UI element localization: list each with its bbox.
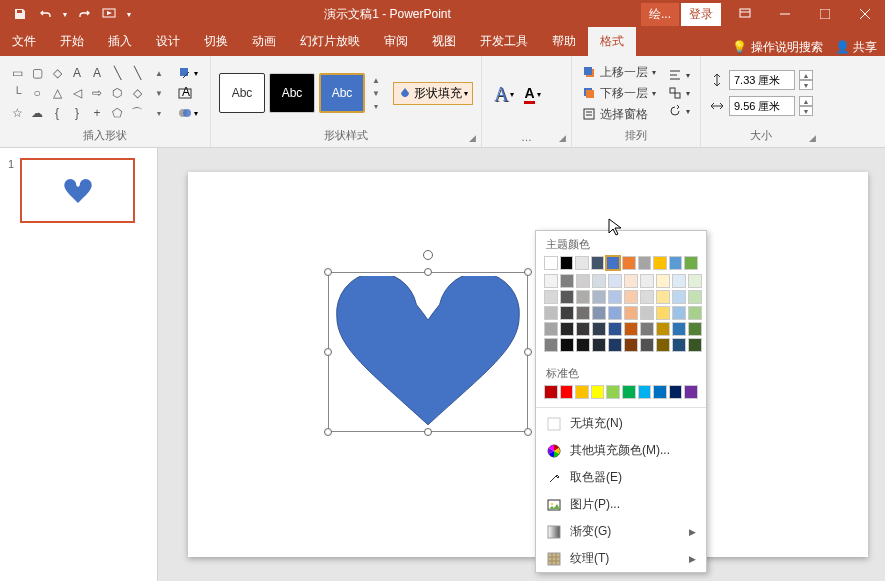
width-down[interactable]: ▼ [799,106,813,116]
shade-swatch[interactable] [672,290,686,304]
standard-swatch[interactable] [575,385,589,399]
shape-oval-icon[interactable]: ○ [28,84,46,102]
shape-line-icon[interactable]: ╲ [108,64,126,82]
shade-swatch[interactable] [576,274,590,288]
tell-me[interactable]: 💡 操作说明搜索 [732,39,822,56]
shade-swatch[interactable] [672,322,686,336]
tab-insert[interactable]: 插入 [96,27,144,56]
text-box-button[interactable]: A [174,84,202,102]
shade-swatch[interactable] [608,306,622,320]
resize-handle-s[interactable] [424,428,432,436]
style-thumb-1[interactable]: Abc [219,73,265,113]
tab-design[interactable]: 设计 [144,27,192,56]
shade-swatch[interactable] [544,306,558,320]
styles-scroll-up[interactable]: ▲ [369,74,383,87]
standard-swatch[interactable] [653,385,667,399]
width-up[interactable]: ▲ [799,96,813,106]
theme-swatch[interactable] [638,256,652,270]
tab-review[interactable]: 审阅 [372,27,420,56]
shape-connector-icon[interactable]: └ [8,84,26,102]
shade-swatch[interactable] [608,322,622,336]
shape-triangle-icon[interactable]: △ [48,84,66,102]
shape-styles-launcher[interactable]: ◢ [465,131,479,145]
shapes-scroll-down[interactable]: ▼ [152,84,166,102]
start-from-beginning-button[interactable] [98,2,122,26]
shade-swatch[interactable] [640,306,654,320]
wordart-launcher[interactable]: ◢ [555,131,569,145]
style-thumb-3[interactable]: Abc [319,73,365,113]
shade-swatch[interactable] [560,338,574,352]
theme-swatch[interactable] [684,256,698,270]
shade-swatch[interactable] [544,290,558,304]
height-input[interactable] [729,70,795,90]
undo-dropdown[interactable]: ▼ [60,2,70,26]
resize-handle-n[interactable] [424,268,432,276]
shape-snip-icon[interactable]: ◇ [48,64,66,82]
standard-swatch[interactable] [544,385,558,399]
shade-swatch[interactable] [656,322,670,336]
shade-swatch[interactable] [656,306,670,320]
tab-help[interactable]: 帮助 [540,27,588,56]
shade-swatch[interactable] [640,274,654,288]
slide-thumbnail-1[interactable]: 1 [8,158,149,223]
theme-swatch[interactable] [575,256,589,270]
shade-swatch[interactable] [640,338,654,352]
style-thumb-2[interactable]: Abc [269,73,315,113]
group-button[interactable]: ▾ [666,85,692,101]
slide-canvas-area[interactable]: 主题颜色 标准色 无填充(N) 其他填充颜色(M)... 取色器(E) 图片(P… [158,148,885,581]
shape-textbox2-icon[interactable]: A [88,64,106,82]
shade-swatch[interactable] [656,274,670,288]
shade-swatch[interactable] [576,338,590,352]
tab-file[interactable]: 文件 [0,27,48,56]
shade-swatch[interactable] [608,338,622,352]
theme-swatch[interactable] [606,256,620,270]
shade-swatch[interactable] [640,322,654,336]
shade-swatch[interactable] [656,338,670,352]
tab-animations[interactable]: 动画 [240,27,288,56]
shade-swatch[interactable] [672,338,686,352]
shade-swatch[interactable] [688,290,702,304]
tab-slideshow[interactable]: 幻灯片放映 [288,27,372,56]
shade-swatch[interactable] [608,290,622,304]
shapes-scroll-up[interactable]: ▲ [152,64,166,82]
shade-swatch[interactable] [544,338,558,352]
standard-swatch[interactable] [669,385,683,399]
tab-transitions[interactable]: 切换 [192,27,240,56]
shade-swatch[interactable] [656,290,670,304]
shape-line2-icon[interactable]: ╲ [128,64,146,82]
slide[interactable] [188,172,868,557]
theme-swatch[interactable] [669,256,683,270]
size-launcher[interactable]: ◢ [805,131,819,145]
shade-swatch[interactable] [592,338,606,352]
rotate-handle[interactable] [423,250,433,260]
shade-swatch[interactable] [608,274,622,288]
shape-rrect-icon[interactable]: ▢ [28,64,46,82]
bring-forward-button[interactable]: 上移一层▾ [580,63,658,82]
shade-swatch[interactable] [576,290,590,304]
slide-thumbnails-panel[interactable]: 1 [0,148,158,581]
shade-swatch[interactable] [640,290,654,304]
shade-swatch[interactable] [576,306,590,320]
undo-button[interactable] [34,2,58,26]
save-button[interactable] [8,2,32,26]
edit-shape-button[interactable]: ▾ [174,64,202,82]
minimize-button[interactable] [765,0,805,28]
shapes-more[interactable]: ▾ [152,104,166,122]
standard-swatch[interactable] [560,385,574,399]
theme-swatch[interactable] [544,256,558,270]
resize-handle-e[interactable] [524,348,532,356]
shapes-gallery[interactable]: ▭ ▢ ◇ A A ╲ ╲ └ ○ △ ◁ ⇨ ⬡ ◇ ☆ ☁ { } + ⬠ [8,64,146,122]
shade-swatch[interactable] [544,322,558,336]
shape-brace-icon[interactable]: { [48,104,66,122]
standard-swatch[interactable] [684,385,698,399]
shade-swatch[interactable] [560,306,574,320]
shape-pent-icon[interactable]: ⬠ [108,104,126,122]
wordart-gallery[interactable]: A▾ [490,81,518,108]
eyedropper-item[interactable]: 取色器(E) [536,464,706,491]
shade-swatch[interactable] [576,322,590,336]
theme-swatch[interactable] [591,256,605,270]
shade-swatch[interactable] [624,290,638,304]
shape-hex-icon[interactable]: ⬡ [108,84,126,102]
selection-pane-button[interactable]: 选择窗格 [580,105,658,124]
width-input[interactable] [729,96,795,116]
